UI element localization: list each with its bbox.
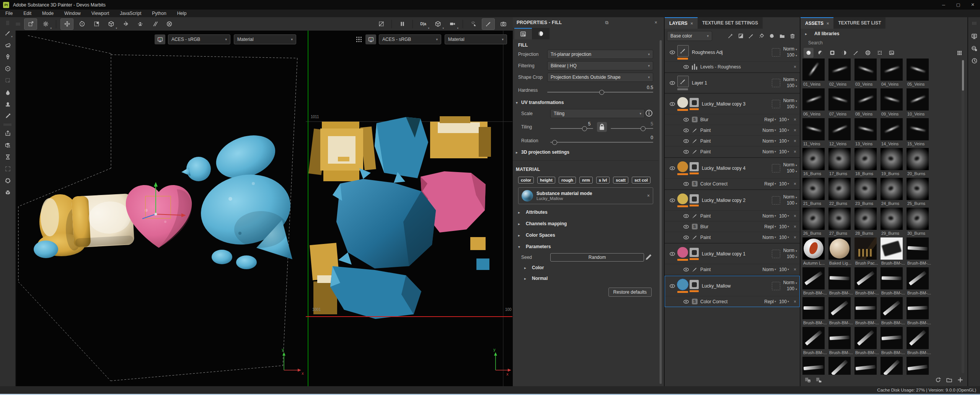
channel-chip-nrm[interactable]: nrm [579,177,593,184]
fullscreen-button[interactable] [2,164,13,174]
asset-item[interactable]: 26_Burns [802,208,828,237]
asset-item[interactable]: 22_Burns [828,178,854,208]
scale-tool[interactable] [90,19,103,29]
layer-blend-opacity[interactable]: Norm▾100▾ [783,46,797,59]
history-panel-icon[interactable] [970,56,979,65]
screenshot-button[interactable] [497,19,509,29]
assets-scrollbar[interactable] [962,60,964,373]
layer-blend-opacity[interactable]: Norm▾100▾ [783,280,797,292]
effect-blend-dropdown[interactable]: Norm [763,235,774,240]
tiling-lock-button[interactable] [597,122,607,132]
layer-blend-opacity[interactable]: Norm▾100▾ [783,194,797,206]
menu-help[interactable]: Help [172,10,192,17]
effect-opacity-dropdown[interactable]: 100 [779,138,787,144]
asset-item[interactable]: 28_Burns [854,208,880,237]
asset-item[interactable]: 05_Veins [907,59,932,88]
open-assets-folder-button[interactable] [946,377,952,384]
effect-delete-icon[interactable]: × [794,64,796,70]
effect-blend-dropdown[interactable]: Norm [763,213,774,219]
layer-anchor-box[interactable] [772,79,780,87]
menu-mode[interactable]: Mode [37,10,59,17]
textures-filter[interactable] [887,48,897,58]
viewport-2d-scene[interactable]: y x [306,31,512,386]
resources-updater-button[interactable] [2,140,13,150]
effect-opacity-dropdown[interactable]: 100 [779,181,787,187]
layer-row[interactable]: Lucky_Mallow copy 2Norm▾100▾ [665,190,799,210]
asset-item[interactable]: Brush-BM-... [854,297,880,327]
effect-delete-icon[interactable]: × [794,149,796,154]
layer-visibility-eye-icon[interactable] [667,251,677,257]
display-mode-button[interactable] [2,187,13,198]
channel-filter-dropdown[interactable]: Base color▾ [667,31,712,41]
hardness-slider-knob[interactable] [599,90,604,95]
close-panel-icon[interactable]: × [652,20,660,25]
effect-delete-icon[interactable]: × [794,213,796,219]
filters-filter[interactable] [839,48,849,58]
selection-tool[interactable] [2,75,13,86]
layer-row[interactable]: Lucky_MallowNorm▾100▾ [665,276,799,296]
asset-item[interactable]: 10_Veins [907,88,932,118]
viewport-3d-display-mode-dropdown[interactable]: Material▾ [234,34,296,44]
channel-chip-s-lvl[interactable]: s lvl [596,177,610,184]
shape-crop-dropdown[interactable]: Projection Extends Outside Shape▾ [547,73,653,82]
effect-visibility-eye-icon[interactable] [682,64,690,70]
add-mask-button[interactable] [756,31,766,41]
asset-item[interactable]: Brush-BM-... [828,327,854,357]
effect-visibility-eye-icon[interactable] [682,299,690,305]
effect-opacity-dropdown[interactable]: 100 [779,128,787,133]
layer-blend-opacity[interactable]: Norm▾100▾ [783,77,797,89]
rotate-tool[interactable] [76,19,88,29]
asset-item[interactable]: Brush-BM-... [802,297,828,327]
asset-item[interactable]: 06_Veins [802,88,828,118]
tiling-slider[interactable] [550,128,593,129]
tiling-slider-knob[interactable] [582,126,587,131]
effect-visibility-eye-icon[interactable] [682,138,690,144]
tiling-linked-slider[interactable] [611,128,654,129]
effect-delete-icon[interactable]: × [794,267,796,272]
effect-visibility-eye-icon[interactable] [682,149,690,155]
smart-materials-filter[interactable] [815,48,825,58]
snap-tool[interactable] [163,19,175,29]
polygon-fill-tool[interactable] [2,63,13,74]
material-group-attributes[interactable]: ▸Attributes [513,206,659,218]
layer-anchor-box[interactable] [772,48,780,57]
seed-edit-icon[interactable] [644,252,653,263]
effect-opacity-dropdown[interactable]: 100 [779,224,787,229]
viewport-3d-scene[interactable]: y x [16,31,306,386]
asset-item[interactable]: 20_Burns [907,148,932,178]
layer-anchor-box[interactable] [772,282,780,290]
asset-item[interactable]: 23_Burns [854,178,880,208]
float-panel-icon[interactable]: ⧉ [603,20,611,25]
effect-blend-dropdown[interactable]: Repl [764,299,774,304]
asset-item[interactable]: 08_Veins [854,88,880,118]
asset-item[interactable]: Brush-BM-... [802,357,828,375]
material-group-channels-mapping[interactable]: ▸Channels mapping [513,218,659,229]
projection-settings-header[interactable]: 3D projection settings [521,150,569,155]
save-asset-list-button[interactable] [804,377,811,384]
dock-rail-handle[interactable] [972,22,976,25]
material-mode-close-icon[interactable]: × [647,193,650,198]
render-mode-button[interactable] [2,176,13,186]
assets-breadcrumb[interactable]: ▸All libraries [801,29,967,39]
asset-item[interactable]: Autumn L... [802,237,828,267]
asset-item[interactable]: Brush-BM-... [802,327,828,357]
effect-blend-dropdown[interactable]: Repl [764,117,774,122]
seed-random-button[interactable]: Random [550,253,644,262]
asset-item[interactable]: 07_Veins [828,88,854,118]
asset-item[interactable]: Brush-BM-... [881,267,906,297]
asset-item[interactable]: 18_Burns [854,148,880,178]
effect-opacity-dropdown[interactable]: 100 [779,299,787,304]
import-assets-button[interactable] [957,377,964,384]
effect-visibility-eye-icon[interactable] [682,213,690,219]
asset-item[interactable]: Brush-BM-... [828,357,854,375]
menu-javascript[interactable]: JavaScript [114,10,147,17]
layer-anchor-box[interactable] [772,196,780,205]
asset-item[interactable]: Brush-BM-... [881,237,906,267]
lazy-mouse-tool[interactable] [148,19,161,29]
layer-row[interactable]: Layer 1Norm▾100▾ [665,73,799,93]
layer-anchor-box[interactable] [772,164,780,172]
stencil-visibility-toggle[interactable] [375,19,387,29]
effect-blend-dropdown[interactable]: Norm [763,128,774,133]
tiling-linked-slider-knob[interactable] [641,126,646,131]
effect-blend-dropdown[interactable]: Norm [763,267,774,272]
